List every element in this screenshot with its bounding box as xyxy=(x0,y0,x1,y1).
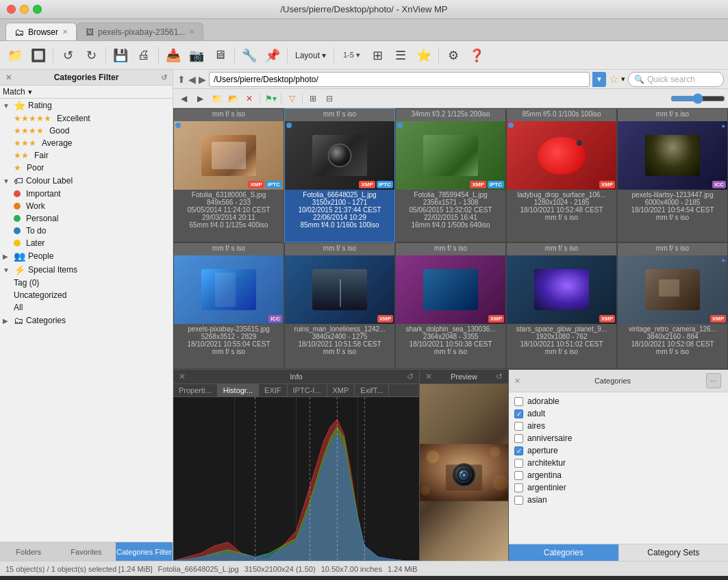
expand-btn[interactable]: ⊞ xyxy=(305,91,321,106)
cat-item-aires[interactable]: aires xyxy=(512,420,725,432)
thumbnail-button[interactable]: ⊞ xyxy=(366,45,388,66)
filter-btn[interactable]: ▽ xyxy=(284,91,299,106)
grid-view-btn[interactable]: ⊟ xyxy=(322,91,337,106)
sidebar-item-todo[interactable]: To do xyxy=(11,225,173,237)
cat-panel-close[interactable]: ✕ xyxy=(514,377,520,386)
refresh-all-button[interactable]: ↻ xyxy=(80,45,102,66)
cat-checkbox-anniversaire[interactable] xyxy=(514,434,523,443)
sidebar-item-all[interactable]: All xyxy=(11,301,173,314)
sidebar-item-good[interactable]: ★★★★ Good xyxy=(11,125,173,137)
sidebar-item-categories[interactable]: ▶ 🗂 Categories xyxy=(0,314,173,327)
photo-cell-6[interactable]: mm f/ s iso ICC pexels-pixabay-235615.jp… xyxy=(173,242,284,369)
sidebar-close-icon[interactable]: ✕ xyxy=(5,73,12,82)
sidebar-item-fair[interactable]: ★★ Fair xyxy=(11,149,173,162)
import-button[interactable]: 📥 xyxy=(162,45,184,66)
new-folder-btn[interactable]: 📂 xyxy=(225,91,240,106)
cat-checkbox-adorable[interactable] xyxy=(514,397,523,406)
cat-checkbox-argentina[interactable] xyxy=(514,471,523,480)
photo-image-4[interactable]: XMP xyxy=(507,121,616,190)
nav-up-icon[interactable]: ⬆ xyxy=(177,74,186,85)
tab-xmp[interactable]: XMP xyxy=(327,384,355,396)
cat-checkbox-adult[interactable]: ✓ xyxy=(514,409,523,418)
cat-item-anniversaire[interactable]: anniversaire xyxy=(512,432,725,444)
tab-favorites[interactable]: Favorites xyxy=(58,542,115,561)
path-input[interactable] xyxy=(209,72,590,87)
cat-checkbox-architektur[interactable] xyxy=(514,459,523,468)
print-button[interactable]: 🖨 xyxy=(133,45,155,66)
star-toggle-button[interactable]: ⭐ xyxy=(413,45,435,66)
tab-properties[interactable]: Properti... xyxy=(173,384,218,396)
info-panel-refresh[interactable]: ↺ xyxy=(407,372,414,381)
path-dropdown-button[interactable]: ▼ xyxy=(592,72,606,87)
tab-categories-bottom[interactable]: Categories xyxy=(509,544,619,561)
photo-image-3[interactable]: XMP IPTC xyxy=(396,121,505,190)
cat-checkbox-asian[interactable] xyxy=(514,496,523,505)
open-folder-button[interactable]: 📁 xyxy=(4,45,26,66)
tab-exift[interactable]: ExifT... xyxy=(355,384,389,396)
photo-image-10[interactable]: XMP ✦ xyxy=(618,255,727,324)
photo-image-9[interactable]: XMP xyxy=(507,255,616,324)
sidebar-item-colour-label[interactable]: ▼ 🏷 Colour Label xyxy=(0,174,173,188)
sidebar-item-uncategorized[interactable]: Uncategorized xyxy=(11,289,173,301)
preview-panel-refresh[interactable]: ↺ xyxy=(496,372,503,381)
tab-photo[interactable]: 🖼 pexels-pixabay-23561... ✕ xyxy=(77,23,203,40)
preview-panel-close[interactable]: ✕ xyxy=(425,372,432,381)
tab-browser[interactable]: 🗂 Browser ✕ xyxy=(5,23,77,40)
cat-item-adult[interactable]: ✓ adult xyxy=(512,407,725,420)
thumb-size-slider[interactable] xyxy=(670,93,725,104)
nav-forward-icon[interactable]: ▶ xyxy=(199,74,206,85)
cat-checkbox-aperture[interactable]: ✓ xyxy=(514,446,523,455)
sidebar-item-work[interactable]: Work xyxy=(11,200,173,212)
flag-btn[interactable]: ⚑▾ xyxy=(263,91,278,106)
extra-button[interactable]: 🔧 xyxy=(238,45,260,66)
sidebar-refresh-icon[interactable]: ↺ xyxy=(161,73,167,82)
tab-category-sets[interactable]: Category Sets xyxy=(619,544,729,561)
rating-toggle[interactable]: ▼ xyxy=(3,102,11,110)
info-panel-close[interactable]: ✕ xyxy=(179,372,186,381)
photo-cell-10[interactable]: mm f/ s iso XMP ✦ vintage_retro_camera_1… xyxy=(617,242,728,369)
cat-item-architektur[interactable]: architektur xyxy=(512,457,725,469)
delete-btn[interactable]: ✕ xyxy=(242,91,257,106)
sidebar-item-poor[interactable]: ★ Poor xyxy=(11,162,173,174)
star-dropdown-icon[interactable]: ▾ xyxy=(621,75,625,84)
close-button[interactable] xyxy=(7,5,16,14)
minimize-button[interactable] xyxy=(20,5,29,14)
cat-item-asian[interactable]: asian xyxy=(512,494,725,506)
refresh-button[interactable]: ↺ xyxy=(57,45,79,66)
tab-folders[interactable]: Folders xyxy=(0,542,58,561)
photo-cell-5[interactable]: mm f/ s iso ICC ✦ pexels-lilartsy-121344… xyxy=(617,108,728,242)
cat-item-adorable[interactable]: adorable xyxy=(512,395,725,407)
photo-image-2[interactable]: XMP IPTC xyxy=(285,121,394,190)
match-dropdown[interactable]: ▾ xyxy=(28,88,32,97)
cat-item-argentina[interactable]: argentina xyxy=(512,469,725,481)
settings-button[interactable]: ⚙ xyxy=(442,45,464,66)
photo-image-1[interactable]: XMP IPTC xyxy=(174,121,284,190)
cat-checkbox-argentinier[interactable] xyxy=(514,483,523,492)
sidebar-item-average[interactable]: ★★★ Average xyxy=(11,137,173,149)
bookmark-star-icon[interactable]: ☆ xyxy=(609,73,618,86)
photo-cell-1[interactable]: mm f/ s iso XMP IPTC Fotolia_63180006_S.… xyxy=(173,108,284,242)
window-controls[interactable] xyxy=(7,5,42,14)
photo-image-6[interactable]: ICC xyxy=(174,255,284,324)
photo-cell-3[interactable]: 34mm f/3.2 1/125s 200iso XMP IPTC Fotoli… xyxy=(395,108,506,242)
photo-image-8[interactable]: XMP xyxy=(396,255,505,324)
tab-browser-close[interactable]: ✕ xyxy=(62,28,68,36)
nav-folder-btn[interactable]: 📁 xyxy=(209,91,224,106)
numbering-button[interactable]: 1-5 ▾ xyxy=(338,45,365,66)
monitor-button[interactable]: 🖥 xyxy=(209,45,231,66)
photo-image-5[interactable]: ICC ✦ xyxy=(618,121,727,190)
cat-more-button[interactable]: ··· xyxy=(706,373,721,388)
sidebar-item-important[interactable]: Important xyxy=(11,188,173,200)
quick-search-box[interactable]: 🔍 Quick search xyxy=(628,72,724,87)
categories-toggle[interactable]: ▶ xyxy=(3,317,11,325)
cat-item-argentinier[interactable]: argentinier xyxy=(512,481,725,494)
browse-button[interactable]: 🔲 xyxy=(27,45,49,66)
photo-cell-9[interactable]: mm f/ s iso XMP stars_space_glow_planet_… xyxy=(506,242,617,369)
sidebar-item-people[interactable]: ▶ 👥 People xyxy=(0,249,173,263)
photo-cell-2[interactable]: mm f/ s iso XMP IPTC Fotolia_66648025_L.… xyxy=(284,108,395,242)
nav-back-btn[interactable]: ◀ xyxy=(176,91,191,106)
tab-histogram[interactable]: Histogr... xyxy=(218,384,259,396)
cat-item-aperture[interactable]: ✓ aperture xyxy=(512,444,725,457)
photo-image-7[interactable]: XMP xyxy=(285,255,394,324)
colour-toggle[interactable]: ▼ xyxy=(3,177,11,185)
